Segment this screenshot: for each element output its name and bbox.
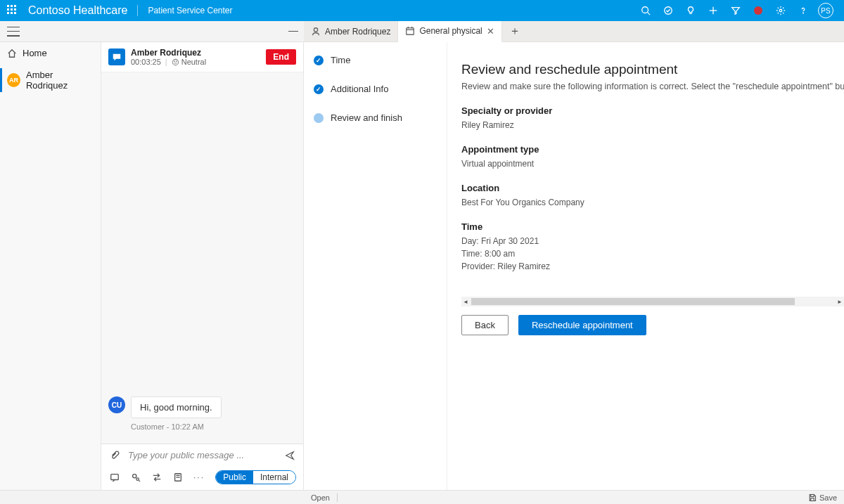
global-header: Contoso Healthcare Patient Service Cente… bbox=[0, 0, 844, 21]
transfer-icon[interactable] bbox=[151, 472, 163, 482]
tab-strip-row: Amber Rodriquez General physical ✕ ＋ bbox=[0, 21, 844, 42]
person-icon bbox=[311, 27, 321, 37]
field-specialty: Specialty or provider Riley Ramirez bbox=[461, 105, 844, 131]
step-label: Time bbox=[331, 55, 350, 65]
field-appointment-type: Appointment type Virtual appointment bbox=[461, 144, 844, 170]
end-conversation-button[interactable]: End bbox=[266, 49, 296, 65]
svg-point-18 bbox=[133, 474, 136, 478]
svg-point-7 bbox=[803, 13, 804, 13]
task-icon[interactable] bbox=[657, 0, 679, 21]
search-icon[interactable] bbox=[634, 0, 657, 21]
step-additional-info[interactable]: Additional Info bbox=[314, 84, 437, 94]
attachment-icon[interactable] bbox=[108, 451, 121, 460]
wizard-button-row: Back Reschedule appointment bbox=[461, 315, 844, 342]
home-icon bbox=[7, 49, 17, 58]
field-time: Time Day: Fri Apr 30 2021 Time: 8:00 am … bbox=[461, 221, 844, 273]
visibility-toggle[interactable]: Public Internal bbox=[215, 470, 296, 484]
lightbulb-icon[interactable] bbox=[679, 0, 702, 21]
field-label: Time bbox=[461, 221, 844, 232]
svg-point-13 bbox=[172, 59, 178, 65]
chat-panel: Amber Rodriquez 00:03:25 | Neutral End C… bbox=[101, 42, 304, 490]
nav-toggle-icon[interactable] bbox=[7, 27, 20, 37]
field-value: Virtual appointment bbox=[461, 157, 844, 170]
main-region: Home AR Amber Rodriquez Amber Rodriquez … bbox=[0, 42, 844, 490]
help-icon[interactable] bbox=[792, 0, 814, 21]
quick-reply-icon[interactable] bbox=[108, 472, 121, 482]
svg-point-0 bbox=[642, 7, 648, 13]
toggle-public[interactable]: Public bbox=[216, 471, 253, 484]
field-value: Best For You Organics Company bbox=[461, 196, 844, 209]
tab-appointment[interactable]: General physical ✕ bbox=[398, 21, 501, 42]
add-icon[interactable] bbox=[702, 0, 724, 21]
step-review[interactable]: Review and finish bbox=[314, 112, 437, 123]
brand-title: Contoso Healthcare bbox=[28, 4, 127, 17]
step-time[interactable]: Time bbox=[314, 55, 437, 65]
svg-point-16 bbox=[176, 60, 177, 61]
toggle-internal[interactable]: Internal bbox=[253, 471, 295, 484]
field-location: Location Best For You Organics Company bbox=[461, 183, 844, 209]
settings-icon[interactable] bbox=[769, 0, 792, 21]
step-done-icon bbox=[314, 84, 324, 94]
message-input[interactable] bbox=[128, 450, 276, 460]
tab-label: Amber Rodriquez bbox=[325, 27, 390, 37]
field-label: Appointment type bbox=[461, 144, 844, 155]
chat-sentiment: Neutral bbox=[172, 58, 206, 66]
send-icon[interactable] bbox=[283, 451, 296, 460]
field-label: Specialty or provider bbox=[461, 105, 844, 116]
reschedule-button[interactable]: Reschedule appointment bbox=[518, 315, 646, 335]
more-icon[interactable]: ··· bbox=[193, 472, 205, 482]
scrollbar-thumb[interactable] bbox=[471, 298, 795, 305]
step-label: Review and finish bbox=[331, 112, 402, 123]
field-value: Riley Ramirez bbox=[461, 119, 844, 131]
horizontal-scrollbar[interactable] bbox=[461, 297, 844, 306]
appointment-detail: Review and reschedule appointment Review… bbox=[447, 42, 844, 490]
nav-home[interactable]: Home bbox=[0, 42, 101, 64]
step-label: Additional Info bbox=[331, 84, 388, 94]
app-launcher-icon[interactable] bbox=[7, 5, 18, 16]
svg-line-1 bbox=[648, 13, 651, 15]
left-nav: Home AR Amber Rodriquez bbox=[0, 42, 101, 490]
status-bar: Open Save bbox=[0, 490, 844, 504]
close-tab-icon[interactable]: ✕ bbox=[487, 26, 494, 37]
svg-rect-9 bbox=[407, 28, 414, 35]
chat-header: Amber Rodriquez 00:03:25 | Neutral End bbox=[101, 42, 303, 72]
step-done-icon bbox=[314, 56, 324, 65]
save-icon bbox=[808, 493, 817, 502]
nav-conversation-label: Amber Rodriquez bbox=[26, 70, 94, 91]
svg-point-19 bbox=[136, 478, 139, 481]
nav-home-label: Home bbox=[23, 48, 47, 58]
user-avatar[interactable]: PS bbox=[814, 0, 837, 21]
app-title: Patient Service Center bbox=[148, 6, 232, 15]
filter-icon[interactable] bbox=[724, 0, 747, 21]
status-open[interactable]: Open bbox=[304, 493, 337, 502]
chat-timer: 00:03:25 bbox=[131, 58, 161, 66]
minimize-chat-icon[interactable] bbox=[288, 31, 298, 32]
tab-patient[interactable]: Amber Rodriquez bbox=[304, 21, 398, 41]
avatar: AR bbox=[7, 73, 20, 87]
tab-strip: Amber Rodriquez General physical ✕ ＋ bbox=[304, 21, 844, 41]
chat-message: CU Hi, good morning. bbox=[108, 396, 296, 418]
field-label: Location bbox=[461, 183, 844, 193]
svg-rect-24 bbox=[811, 494, 814, 496]
svg-point-15 bbox=[174, 60, 174, 61]
recording-indicator-icon[interactable] bbox=[747, 0, 769, 21]
svg-rect-25 bbox=[811, 498, 814, 500]
back-button[interactable]: Back bbox=[461, 315, 509, 335]
svg-point-6 bbox=[779, 9, 782, 12]
svg-point-8 bbox=[314, 27, 317, 31]
svg-rect-17 bbox=[111, 474, 119, 480]
consult-icon[interactable] bbox=[129, 472, 142, 482]
page-title: Review and reschedule appointment bbox=[461, 62, 844, 77]
customer-avatar: CU bbox=[108, 396, 125, 413]
neutral-face-icon bbox=[172, 58, 179, 66]
wizard-steps: Time Additional Info Review and finish bbox=[304, 42, 447, 490]
notes-icon[interactable] bbox=[172, 472, 184, 482]
save-button[interactable]: Save bbox=[801, 493, 844, 502]
add-tab-button[interactable]: ＋ bbox=[502, 21, 528, 41]
brand-divider bbox=[137, 5, 138, 16]
chat-customer-name: Amber Rodriquez bbox=[131, 48, 260, 58]
message-meta: Customer - 10:22 AM bbox=[131, 422, 296, 431]
step-current-icon bbox=[314, 113, 324, 123]
nav-conversation[interactable]: AR Amber Rodriquez bbox=[0, 64, 101, 96]
field-value-day: Day: Fri Apr 30 2021 bbox=[461, 235, 844, 247]
